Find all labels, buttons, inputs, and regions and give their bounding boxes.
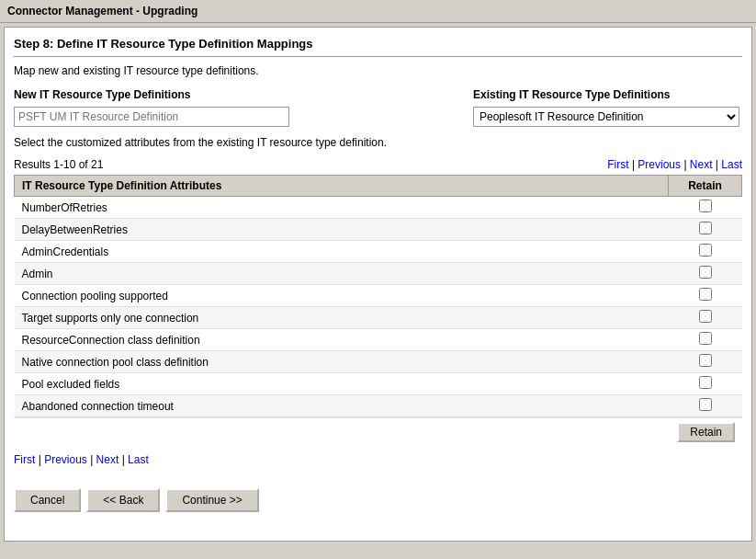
attribute-cell: ResourceConnection class definition xyxy=(15,329,669,351)
retain-cell xyxy=(669,241,742,263)
attribute-cell: Native connection pool class definition xyxy=(15,351,669,373)
retain-checkbox[interactable] xyxy=(699,376,712,389)
definitions-row: New IT Resource Type Definitions Existin… xyxy=(14,88,742,127)
first-link-top[interactable]: First xyxy=(607,158,628,171)
retain-checkbox[interactable] xyxy=(699,244,712,257)
retain-col-header: Retain xyxy=(669,176,742,197)
bottom-nav: First | Previous | Next | Last xyxy=(14,453,742,466)
new-def-label: New IT Resource Type Definitions xyxy=(14,88,289,101)
table-row: Target supports only one connection xyxy=(15,307,742,329)
results-nav: Results 1-10 of 21 First | Previous | Ne… xyxy=(14,158,742,171)
previous-link-bottom[interactable]: Previous xyxy=(44,453,87,466)
table-row: DelayBetweenRetries xyxy=(15,219,742,241)
main-content: Step 8: Define IT Resource Type Definiti… xyxy=(4,27,752,542)
existing-def-label: Existing IT Resource Type Definitions xyxy=(473,88,739,101)
retain-cell xyxy=(669,219,742,241)
table-row: Connection pooling supported xyxy=(15,285,742,307)
new-def-input[interactable] xyxy=(14,107,289,127)
new-definition-section: New IT Resource Type Definitions xyxy=(14,88,289,127)
first-link-bottom[interactable]: First xyxy=(14,453,35,466)
continue-button[interactable]: Continue >> xyxy=(165,488,258,512)
attribute-cell: Target supports only one connection xyxy=(15,307,669,329)
last-link-bottom[interactable]: Last xyxy=(128,453,149,466)
attribute-cell: Pool excluded fields xyxy=(15,373,669,395)
retain-checkbox[interactable] xyxy=(699,332,712,345)
table-row: Native connection pool class definition xyxy=(15,351,742,373)
retain-button[interactable]: Retain xyxy=(677,422,735,442)
attribute-cell: DelayBetweenRetries xyxy=(15,219,669,241)
table-row: Pool excluded fields xyxy=(15,373,742,395)
attribute-cell: Abandoned connection timeout xyxy=(15,395,669,417)
retain-checkbox[interactable] xyxy=(699,222,712,234)
next-link-bottom[interactable]: Next xyxy=(96,453,119,466)
cancel-button[interactable]: Cancel xyxy=(14,488,81,512)
retain-cell xyxy=(669,373,742,395)
back-button[interactable]: << Back xyxy=(86,488,160,512)
attribute-cell: NumberOfRetries xyxy=(15,197,669,219)
retain-cell xyxy=(669,329,742,351)
footer-buttons: Cancel << Back Continue >> xyxy=(14,481,742,512)
results-count: Results 1-10 of 21 xyxy=(14,158,103,171)
attributes-table: IT Resource Type Definition Attributes R… xyxy=(14,175,742,417)
retain-checkbox[interactable] xyxy=(699,310,712,323)
top-pagination: First | Previous | Next | Last xyxy=(607,158,742,171)
next-link-top[interactable]: Next xyxy=(690,158,713,171)
attribute-cell: Connection pooling supported xyxy=(15,285,669,307)
attribute-col-header: IT Resource Type Definition Attributes xyxy=(15,176,669,197)
retain-cell xyxy=(669,263,742,285)
bottom-pagination: First | Previous | Next | Last xyxy=(14,453,149,466)
table-row: NumberOfRetries xyxy=(15,197,742,219)
step-header: Step 8: Define IT Resource Type Definiti… xyxy=(14,37,742,57)
description: Map new and existing IT resource type de… xyxy=(14,64,742,77)
retain-cell xyxy=(669,285,742,307)
previous-link-top[interactable]: Previous xyxy=(638,158,681,171)
title-text: Connector Management - Upgrading xyxy=(7,5,197,17)
retain-checkbox[interactable] xyxy=(699,288,712,301)
table-row: AdminCredentials xyxy=(15,241,742,263)
table-row: Abandoned connection timeout xyxy=(15,395,742,417)
last-link-top[interactable]: Last xyxy=(721,158,742,171)
retain-checkbox[interactable] xyxy=(699,398,712,411)
attribute-cell: AdminCredentials xyxy=(15,241,669,263)
retain-checkbox[interactable] xyxy=(699,354,712,367)
attribute-cell: Admin xyxy=(15,263,669,285)
title-bar: Connector Management - Upgrading xyxy=(0,0,756,23)
retain-btn-row: Retain xyxy=(14,417,742,446)
table-row: Admin xyxy=(15,263,742,285)
select-instruction: Select the customized attributes from th… xyxy=(14,136,742,149)
existing-def-select[interactable]: Peoplesoft IT Resource Definition xyxy=(473,107,739,127)
retain-cell xyxy=(669,351,742,373)
existing-definition-section: Existing IT Resource Type Definitions Pe… xyxy=(473,88,739,127)
retain-checkbox[interactable] xyxy=(699,200,712,212)
retain-checkbox[interactable] xyxy=(699,266,712,279)
table-row: ResourceConnection class definition xyxy=(15,329,742,351)
retain-cell xyxy=(669,197,742,219)
retain-cell xyxy=(669,307,742,329)
retain-cell xyxy=(669,395,742,417)
